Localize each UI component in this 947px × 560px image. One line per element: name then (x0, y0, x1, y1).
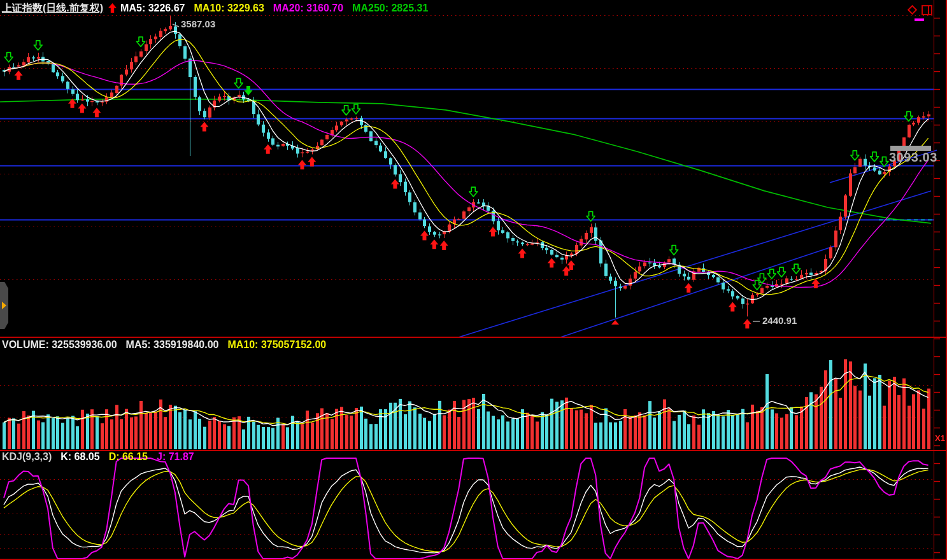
trading-app-window: 上证指数(日线.前复权)MA5: 3226.67MA10: 3229.63MA2… (0, 0, 947, 560)
ma250-label: MA250: 2825.31 (352, 3, 428, 13)
kdj-title-label: KDJ(9,3,3) (2, 451, 52, 462)
ma10-label: MA10: 3229.63 (194, 3, 264, 13)
kdj-k-label: K: 68.05 (61, 451, 99, 462)
panel-separator-volume[interactable] (0, 337, 947, 338)
volume-panel-header: VOLUME: 325539936.00MA5: 335919840.00MA1… (2, 339, 335, 351)
zoom-level-label: X1 (935, 433, 945, 443)
peak-price-label: 3587.03 (181, 18, 215, 29)
trend-up-arrow-icon (108, 3, 117, 15)
volume-ma10-label: MA10: 375057152.00 (227, 339, 326, 350)
window-split-line (928, 6, 929, 14)
ma20-label: MA20: 3160.70 (273, 3, 343, 13)
volume-ma5-label: MA5: 335919840.00 (126, 339, 219, 350)
kdj-j-label: J: 71.87 (157, 451, 194, 462)
symbol-title[interactable]: 上证指数(日线.前复权) (2, 3, 103, 13)
kdj-panel-header: KDJ(9,3,3)K: 68.05D: 66.15J: 71.87 (2, 451, 203, 463)
main-chart-header: 上证指数(日线.前复权)MA5: 3226.67MA10: 3229.63MA2… (2, 2, 437, 15)
expand-right-icon (2, 302, 6, 309)
highlight-dash-icon (915, 18, 924, 21)
low-price-label: 2440.91 (762, 315, 797, 326)
volume-value-label: VOLUME: 325539936.00 (2, 339, 117, 350)
price-badge: 3093.03 (889, 150, 937, 165)
kdj-d-label: D: 66.15 (109, 451, 148, 462)
window-tool-icon[interactable] (922, 5, 932, 15)
ma5-label: MA5: 3226.67 (120, 3, 185, 13)
right-axis-line (934, 0, 934, 560)
sidebar-toggle-handle[interactable] (0, 282, 8, 329)
chart-canvas[interactable] (0, 0, 947, 560)
